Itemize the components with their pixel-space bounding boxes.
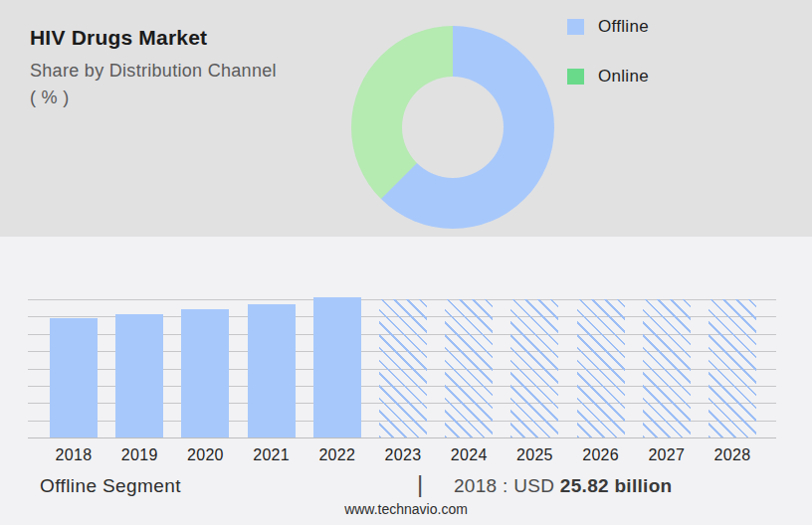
annotation-prefix: 2018 : USD	[454, 475, 560, 496]
top-section: HIV Drugs Market Share by Distribution C…	[0, 0, 812, 237]
bar-2023-forecast	[379, 299, 427, 438]
page-title: HIV Drugs Market	[30, 26, 338, 50]
bar-2018	[50, 318, 98, 438]
value-annotation: 2018 : USD 25.82 billion	[454, 475, 672, 497]
segment-caption: Offline Segment	[40, 475, 181, 497]
infographic-root: HIV Drugs Market Share by Distribution C…	[0, 0, 812, 525]
legend-item-offline: Offline	[567, 16, 649, 38]
x-axis-label-2026: 2026	[566, 446, 636, 464]
page-subtitle: Share by Distribution Channel ( % )	[30, 58, 338, 111]
bar-2025-forecast	[510, 299, 558, 438]
donut-hole	[402, 77, 504, 178]
title-block: HIV Drugs Market Share by Distribution C…	[30, 26, 338, 111]
x-axis-label-2027: 2027	[632, 446, 702, 464]
chart-legend: Offline Online	[567, 16, 649, 115]
bar-2028-forecast	[709, 299, 756, 438]
footer-url: www.technavio.com	[0, 501, 812, 517]
bar-2021	[248, 304, 296, 438]
bar-chart-plot: 2018201920202021202220232024202520262027…	[28, 299, 776, 438]
bar-2019	[115, 314, 163, 438]
caption-separator: |	[417, 470, 423, 498]
offline-swatch-icon	[567, 19, 584, 35]
bar-2024-forecast	[445, 299, 493, 438]
bar-2020	[181, 309, 229, 438]
legend-item-online: Online	[567, 66, 649, 88]
donut-chart	[351, 26, 554, 229]
x-axis-label-2020: 2020	[170, 446, 240, 464]
x-axis-label-2023: 2023	[368, 446, 438, 464]
legend-label-offline: Offline	[598, 17, 649, 37]
bar-2022	[313, 297, 361, 438]
x-axis-label-2024: 2024	[434, 446, 504, 464]
x-axis-label-2018: 2018	[39, 446, 108, 464]
bar-2027-forecast	[643, 299, 691, 438]
x-axis-baseline	[28, 438, 776, 438]
x-axis-label-2021: 2021	[237, 446, 306, 464]
bottom-section: 2018201920202021202220232024202520262027…	[0, 237, 812, 525]
subtitle-line-2: ( % )	[30, 85, 338, 111]
x-axis-label-2022: 2022	[303, 446, 372, 464]
annotation-value: 25.82 billion	[560, 475, 673, 496]
x-axis-label-2019: 2019	[104, 446, 174, 464]
x-axis-label-2028: 2028	[698, 446, 767, 464]
bar-2026-forecast	[577, 299, 625, 438]
online-swatch-icon	[567, 69, 584, 85]
x-axis-label-2025: 2025	[500, 446, 569, 464]
subtitle-line-1: Share by Distribution Channel	[30, 58, 338, 85]
legend-label-online: Online	[598, 67, 649, 87]
